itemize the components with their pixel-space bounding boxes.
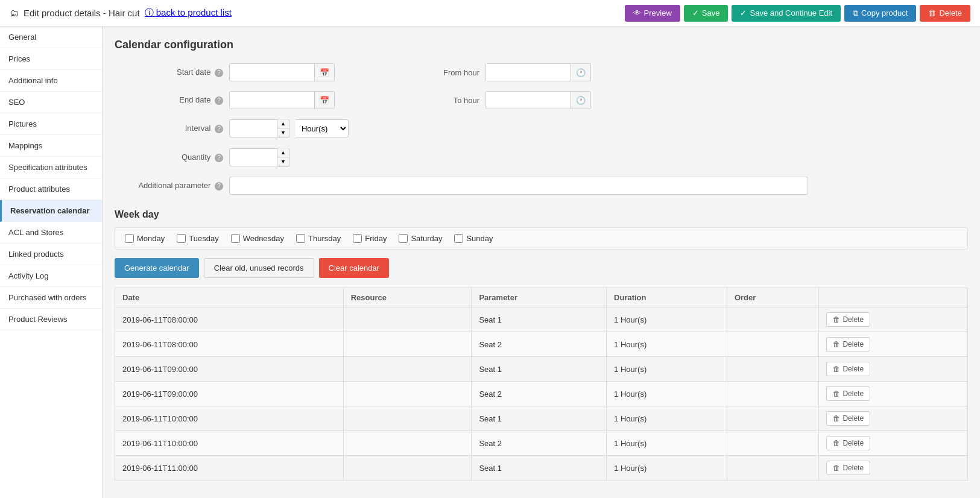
- interval-unit-select[interactable]: Hour(s) Minute(s) Day(s): [296, 119, 349, 137]
- sidebar: General Prices Additional info SEO Pictu…: [0, 27, 103, 498]
- interval-down-btn[interactable]: ▼: [277, 128, 289, 137]
- interval-input[interactable]: 0: [229, 119, 277, 137]
- quantity-help-icon[interactable]: ?: [215, 154, 223, 162]
- start-date-label: Start date ?: [115, 68, 223, 77]
- cell-duration: 1 Hour(s): [607, 456, 727, 481]
- monday-checkbox[interactable]: [125, 234, 134, 243]
- quantity-group: Quantity ? 1 ▲ ▼: [115, 148, 968, 167]
- trash-icon-header: 🗑: [928, 8, 936, 17]
- quantity-input[interactable]: 1: [229, 148, 277, 166]
- sidebar-item-pictures[interactable]: Pictures: [0, 113, 102, 135]
- additional-param-input[interactable]: [229, 177, 808, 195]
- tuesday-checkbox[interactable]: [177, 234, 186, 243]
- sunday-checkbox[interactable]: [454, 234, 463, 243]
- end-date-calendar-icon[interactable]: 📅: [314, 92, 334, 109]
- cell-order: [727, 307, 818, 332]
- to-hour-group: To hour 00:00 🕐: [371, 91, 591, 109]
- check-circle-icon: ✓: [740, 8, 747, 17]
- save-button[interactable]: ✓ Save: [684, 5, 729, 22]
- sunday-label: Sunday: [466, 234, 493, 243]
- sidebar-item-purchased-with-orders[interactable]: Purchased with orders: [0, 287, 102, 309]
- day-sunday: Sunday: [454, 234, 493, 243]
- cell-parameter: Seat 1: [472, 406, 607, 431]
- sidebar-item-activity-log[interactable]: Activity Log: [0, 265, 102, 287]
- end-date-input[interactable]: [230, 92, 314, 109]
- start-date-input[interactable]: [230, 64, 314, 81]
- interval-help-icon[interactable]: ?: [215, 125, 223, 133]
- cell-order: [727, 456, 818, 481]
- start-date-help-icon[interactable]: ?: [215, 69, 223, 77]
- back-link[interactable]: ⓘ back to product list: [145, 7, 232, 19]
- delete-row-button[interactable]: 🗑 Delete: [826, 362, 870, 376]
- sidebar-item-acl-and-stores[interactable]: ACL and Stores: [0, 222, 102, 244]
- friday-checkbox[interactable]: [353, 234, 362, 243]
- col-date: Date: [115, 288, 344, 307]
- sidebar-item-reservation-calendar[interactable]: Reservation calendar: [0, 200, 102, 222]
- delete-row-button[interactable]: 🗑 Delete: [826, 411, 870, 426]
- cell-parameter: Seat 2: [472, 382, 607, 406]
- delete-row-button[interactable]: 🗑 Delete: [826, 436, 870, 450]
- quantity-up-btn[interactable]: ▲: [277, 148, 289, 157]
- sidebar-item-product-reviews[interactable]: Product Reviews: [0, 309, 102, 330]
- interval-label: Interval ?: [115, 124, 223, 133]
- cell-duration: 1 Hour(s): [607, 332, 727, 357]
- thursday-checkbox[interactable]: [296, 234, 305, 243]
- cell-parameter: Seat 1: [472, 357, 607, 382]
- clear-old-records-button[interactable]: Clear old, unused records: [204, 258, 314, 278]
- additional-param-help-icon[interactable]: ?: [215, 182, 223, 191]
- saturday-checkbox[interactable]: [399, 234, 408, 243]
- cell-duration: 1 Hour(s): [607, 357, 727, 382]
- week-day-section: Week day Monday Tuesday Wednesday Thursd…: [115, 209, 968, 481]
- trash-icon: 🗑: [833, 315, 840, 324]
- end-date-to-hour-row: End date ? 📅 To hour 00:00 🕐: [115, 91, 968, 109]
- delete-row-button[interactable]: 🗑 Delete: [826, 386, 870, 401]
- sidebar-item-prices[interactable]: Prices: [0, 48, 102, 70]
- sidebar-item-additional-info[interactable]: Additional info: [0, 70, 102, 92]
- cell-date: 2019-06-11T11:00:00: [115, 456, 344, 481]
- sidebar-item-mappings[interactable]: Mappings: [0, 135, 102, 157]
- cell-resource: [343, 332, 472, 357]
- delete-button[interactable]: 🗑 Delete: [920, 5, 970, 22]
- clear-calendar-button[interactable]: Clear calendar: [319, 258, 390, 278]
- cell-date: 2019-06-11T10:00:00: [115, 406, 344, 431]
- cell-date: 2019-06-11T08:00:00: [115, 332, 344, 357]
- quantity-label: Quantity ?: [115, 153, 223, 162]
- interval-up-btn[interactable]: ▲: [277, 119, 289, 128]
- trash-icon: 🗑: [833, 365, 840, 373]
- wednesday-checkbox[interactable]: [231, 234, 240, 243]
- interval-group: Interval ? 0 ▲ ▼ Hour(s) Minute(s) Day(s…: [115, 119, 968, 138]
- from-hour-clock-icon[interactable]: 🕐: [571, 64, 590, 81]
- start-date-calendar-icon[interactable]: 📅: [314, 64, 334, 81]
- to-hour-input-wrapper: 00:00 🕐: [485, 91, 591, 109]
- cell-resource: [343, 307, 472, 332]
- from-hour-input[interactable]: 00:00: [486, 64, 571, 81]
- delete-row-button[interactable]: 🗑 Delete: [826, 337, 870, 351]
- week-day-title: Week day: [115, 209, 968, 220]
- sidebar-item-specification-attributes[interactable]: Specification attributes: [0, 157, 102, 178]
- cell-order: [727, 431, 818, 456]
- table-row: 2019-06-11T09:00:00 Seat 1 1 Hour(s) 🗑 D…: [115, 357, 968, 382]
- end-date-help-icon[interactable]: ?: [215, 96, 223, 105]
- from-hour-group: From hour 00:00 🕐: [371, 63, 591, 81]
- generate-calendar-button[interactable]: Generate calendar: [115, 258, 199, 278]
- day-monday: Monday: [125, 234, 165, 243]
- to-hour-clock-icon[interactable]: 🕐: [571, 92, 590, 109]
- cell-parameter: Seat 2: [472, 332, 607, 357]
- delete-row-button[interactable]: 🗑 Delete: [826, 461, 870, 475]
- col-resource: Resource: [343, 288, 472, 307]
- sidebar-item-seo[interactable]: SEO: [0, 92, 102, 113]
- to-hour-input[interactable]: 00:00: [486, 92, 571, 109]
- quantity-down-btn[interactable]: ▼: [277, 157, 289, 166]
- cell-date: 2019-06-11T09:00:00: [115, 382, 344, 406]
- copy-product-button[interactable]: ⧉ Copy product: [844, 5, 916, 22]
- sidebar-item-general[interactable]: General: [0, 27, 102, 48]
- section-title: Calendar configuration: [115, 39, 968, 51]
- delete-row-button[interactable]: 🗑 Delete: [826, 312, 870, 327]
- save-continue-button[interactable]: ✓ Save and Continue Edit: [732, 5, 841, 22]
- additional-param-label: Additional parameter ?: [115, 181, 223, 191]
- sidebar-item-product-attributes[interactable]: Product attributes: [0, 178, 102, 200]
- col-order: Order: [727, 288, 818, 307]
- preview-button[interactable]: 👁 Preview: [625, 5, 680, 22]
- trash-icon: 🗑: [833, 389, 840, 398]
- sidebar-item-linked-products[interactable]: Linked products: [0, 244, 102, 265]
